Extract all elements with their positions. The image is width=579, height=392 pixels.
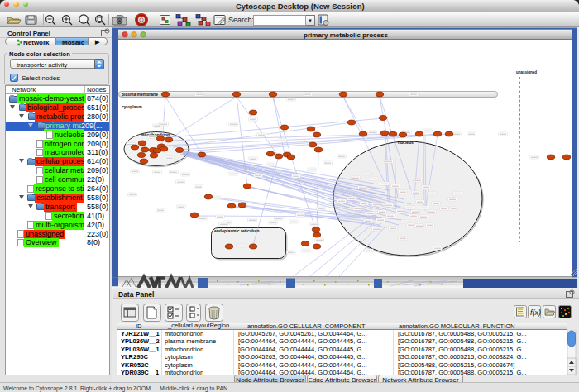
svg-text:primary metabolic process: primary metabolic process <box>304 31 388 39</box>
svg-text:unassigned: unassigned <box>516 70 537 74</box>
svg-text:f(x): f(x) <box>530 308 541 317</box>
svg-text:cytoplasm: cytoplasm <box>122 104 142 109</box>
svg-text:plasma membrane: plasma membrane <box>122 92 158 97</box>
svg-text:endoplasmic reticulum: endoplasmic reticulum <box>214 228 260 233</box>
svg-text:nucleus: nucleus <box>398 140 414 145</box>
